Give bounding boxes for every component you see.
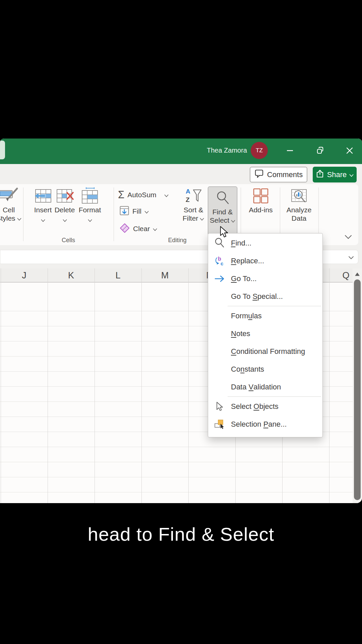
sigma-icon: Σ [118,190,124,200]
minimize-button[interactable] [283,144,297,159]
column-header-K[interactable]: K [68,270,74,281]
chevron-down-icon [153,225,157,233]
minimize-icon [286,147,294,156]
cell-styles-button[interactable]: Cell Styles [0,186,29,222]
selection-pane-icon [208,419,231,429]
menu-item-constants[interactable]: Constants [208,360,322,378]
insert-label: Insert [34,206,52,214]
analyze-data-icon [291,186,307,206]
insert-cells-icon [34,186,52,206]
analyze-label-2: Data [292,214,306,222]
close-icon [346,147,354,156]
excel-window: Thea Zamora TZ [0,139,362,503]
cell-styles-label-1: Cell [3,206,15,214]
group-separator [114,187,114,241]
svg-text:c: c [221,261,223,266]
comments-button[interactable]: Comments [250,167,307,182]
find-select-label-2: Select [210,216,229,224]
menu-item-go-to-special[interactable]: Go To Special... [208,287,322,305]
video-caption: head to Find & Select [0,523,362,545]
format-label: Format [79,206,101,214]
addins-label: Add-ins [249,206,273,214]
delete-button[interactable]: Delete [53,186,77,220]
delete-label: Delete [55,206,75,214]
arrow-right-icon [208,275,231,282]
fill-button[interactable]: Fill [119,206,149,216]
column-header-Q[interactable]: Q [342,270,349,281]
menu-item-formulas[interactable]: Formulas [208,307,322,325]
cells-group-label: Cells [48,237,88,244]
menu-item-select-objects[interactable]: Select Objects [208,397,322,415]
column-header-L[interactable]: L [115,270,120,281]
share-button[interactable]: Share [313,167,357,182]
column-header-J[interactable]: J [22,270,26,281]
sort-filter-label-1: Sort & [184,206,203,214]
sort-filter-icon: A Z [185,186,202,206]
clear-label: Clear [133,225,150,233]
insert-button[interactable]: Insert [31,186,55,220]
eraser-icon [119,223,130,235]
svg-text:Z: Z [186,196,190,203]
signed-in-user: Thea Zamora [207,147,247,154]
menu-item-selection-pane[interactable]: Selection Pane... [208,415,322,433]
chevron-down-icon [41,216,45,220]
chevron-down-icon [88,216,92,220]
restore-button[interactable] [313,144,327,159]
analyze-label-1: Analyze [287,206,312,214]
fill-label: Fill [132,207,141,215]
chevron-down-icon [63,216,67,220]
share-chevron-icon [349,170,354,179]
column-header-M[interactable]: M [161,270,169,281]
fill-down-icon [119,206,129,217]
autosum-label: AutoSum [127,191,156,199]
addins-button[interactable]: Add-ins [249,186,273,214]
menu-item-notes[interactable]: Notes [208,325,322,342]
share-label: Share [327,170,347,179]
svg-text:A: A [186,188,190,195]
chevron-down-icon [164,191,169,199]
find-select-label-1: Find & [213,208,233,216]
clear-button[interactable]: Clear [119,223,157,234]
menu-item-conditional-formatting[interactable]: Conditional Formatting [208,342,322,360]
select-cursor-icon [208,401,231,412]
analyze-data-button[interactable]: Analyze Data [287,186,311,222]
share-icon [316,169,324,180]
vertical-scrollbar[interactable] [353,268,362,503]
menu-item-go-to[interactable]: Go To... [208,270,322,287]
find-select-menu: Find... b c Replace... [208,233,323,437]
format-cells-icon [81,186,99,206]
editing-group-label: Editing [157,237,197,244]
avatar[interactable]: TZ [251,142,268,159]
close-button[interactable] [342,144,357,159]
avatar-initials: TZ [256,147,263,154]
addins-grid-icon [253,186,269,206]
mouse-cursor [220,226,229,239]
autosum-button[interactable]: Σ AutoSum [118,189,169,201]
video-frame: Thea Zamora TZ [0,0,362,644]
cell-styles-label-2: Styles [0,214,15,222]
menu-item-replace[interactable]: b c Replace... [208,252,322,270]
scroll-up-arrow-icon[interactable] [355,272,360,278]
chevron-down-icon [17,214,21,222]
comments-label: Comments [267,170,303,179]
scrollbar-thumb[interactable] [354,279,361,500]
chevron-down-icon [144,207,149,215]
delete-cells-icon [56,186,74,206]
replace-icon: b c [208,255,231,267]
menu-separator [228,306,321,306]
restore-icon [316,147,324,156]
menu-item-data-validation[interactable]: Data Validation [208,378,322,396]
comment-bubble-icon [254,169,264,180]
sort-filter-label-2: Filter [183,214,198,222]
menu-separator [228,396,321,397]
chevron-down-icon [200,214,204,222]
chevron-down-icon [231,216,235,224]
collapse-ribbon-button[interactable] [345,234,352,240]
format-button[interactable]: Format [78,186,102,220]
magnifier-icon [215,189,230,208]
expand-formula-bar-button[interactable] [348,255,354,261]
titlebar: Thea Zamora TZ [0,139,362,164]
sort-filter-button[interactable]: A Z Sort & Filter [181,186,205,222]
brush-icon [0,186,19,206]
titlebar-edge-tab [0,141,5,159]
